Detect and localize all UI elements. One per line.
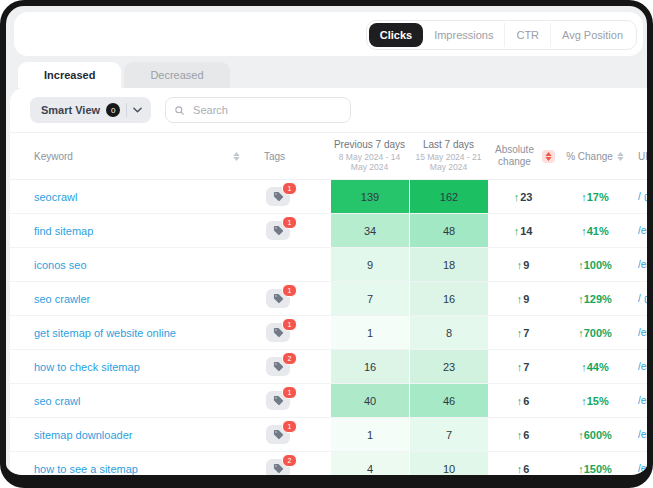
table-row[interactable]: how to see a sitemap 2 4 10 ↑ 6 ↑150% /e… xyxy=(10,451,653,485)
url-text[interactable]: /en xyxy=(638,327,652,338)
metric-tab-clicks[interactable]: Clicks xyxy=(369,23,423,47)
external-link-icon[interactable] xyxy=(644,294,653,304)
keyword-link[interactable]: sitemap downloader xyxy=(34,429,132,441)
last-header-title: Last 7 days xyxy=(423,139,474,152)
tags-cell: 1 xyxy=(250,282,330,315)
last-value: 8 xyxy=(446,327,452,339)
search-input[interactable] xyxy=(191,103,342,117)
url-text[interactable]: /en xyxy=(638,463,652,474)
url-text[interactable]: /en xyxy=(638,225,652,236)
tab-decreased[interactable]: Decreased xyxy=(124,62,229,88)
last-header-dates: 15 May 2024 - 21 May 2024 xyxy=(411,152,487,173)
external-link-icon[interactable] xyxy=(644,192,653,202)
tag-count-badge: 2 xyxy=(282,454,297,467)
last-value: 48 xyxy=(443,225,455,237)
url-cell: / xyxy=(632,282,653,315)
column-header-percent[interactable]: % Change xyxy=(558,133,632,179)
percent-change-cell: ↑41% xyxy=(558,214,632,247)
keyword-link[interactable]: find sitemap xyxy=(34,225,93,237)
url-text[interactable]: /en xyxy=(638,395,652,406)
tag-icon xyxy=(273,191,284,202)
abs-value: 7 xyxy=(523,361,529,373)
last-cell: 16 xyxy=(409,282,488,315)
sort-icon[interactable] xyxy=(617,152,624,161)
table-row[interactable]: how to check sitemap 2 16 23 ↑ 7 ↑44% /e… xyxy=(10,349,653,383)
last-cell: 162 xyxy=(409,180,488,213)
pct-value: ↑129% xyxy=(578,293,612,305)
url-text[interactable]: /en xyxy=(638,429,652,440)
tags-cell: 2 xyxy=(250,350,330,383)
column-header-last[interactable]: Last 7 days 15 May 2024 - 21 May 2024 xyxy=(409,133,488,179)
tag-button[interactable]: 1 xyxy=(266,221,290,240)
table-row[interactable]: seocrawl 1 139 162 ↑ 23 ↑17% / xyxy=(10,180,653,213)
tag-count-badge: 1 xyxy=(282,182,297,195)
table-row[interactable]: iconos seo 9 18 ↑ 9 ↑100% /en xyxy=(10,247,653,281)
keyword-link[interactable]: iconos seo xyxy=(34,259,87,271)
keyword-link[interactable]: how to see a sitemap xyxy=(34,463,138,475)
column-header-keyword[interactable]: Keyword xyxy=(10,133,250,179)
url-cell: /en xyxy=(632,418,653,451)
tag-button[interactable]: 1 xyxy=(266,187,290,206)
column-header-url[interactable]: URL xyxy=(632,133,653,179)
column-header-tags: Tags xyxy=(250,133,330,179)
abs-value: 6 xyxy=(523,429,529,441)
prev-value: 1 xyxy=(367,429,373,441)
main-card: Smart View 0 Keyword xyxy=(10,88,653,488)
url-text[interactable]: /en xyxy=(638,259,652,270)
absolute-change-cell: ↑ 6 xyxy=(488,384,558,417)
smart-view-dropdown[interactable]: Smart View 0 xyxy=(30,97,151,123)
tab-increased[interactable]: Increased xyxy=(18,62,121,88)
url-text[interactable]: /en xyxy=(638,361,652,372)
tag-button[interactable]: 1 xyxy=(266,391,290,410)
column-header-previous[interactable]: Previous 7 days 8 May 2024 - 14 May 2024 xyxy=(330,133,409,179)
metric-tab-impressions[interactable]: Impressions xyxy=(423,23,504,47)
tag-button[interactable]: 1 xyxy=(266,289,290,308)
tag-button[interactable]: 1 xyxy=(266,323,290,342)
abs-arrow: ↑ xyxy=(517,395,523,407)
absolute-change-cell: ↑ 14 xyxy=(488,214,558,247)
keyword-cell: how to see a sitemap xyxy=(10,452,250,485)
tag-count-badge: 1 xyxy=(282,420,297,433)
last-cell: 46 xyxy=(409,384,488,417)
abs-value: 7 xyxy=(523,327,529,339)
tag-count-badge: 1 xyxy=(282,216,297,229)
column-header-absolute[interactable]: Absolute change xyxy=(488,133,558,179)
metric-tab-avg-position[interactable]: Avg Position xyxy=(550,23,634,47)
tag-icon xyxy=(273,361,284,372)
abs-arrow: ↑ xyxy=(514,191,520,203)
table-row[interactable]: seo crawl 1 40 46 ↑ 6 ↑15% /en xyxy=(10,383,653,417)
table-row[interactable]: seo crawler 1 7 16 ↑ 9 ↑129% / xyxy=(10,281,653,315)
table-row[interactable]: find sitemap 1 34 48 ↑ 14 ↑41% /en xyxy=(10,213,653,247)
absolute-change-cell: ↑ 6 xyxy=(488,418,558,451)
sort-icon[interactable] xyxy=(233,152,240,161)
abs-value: 6 xyxy=(523,463,529,475)
url-text[interactable]: / xyxy=(638,191,641,202)
keyword-link[interactable]: get sitemap of website online xyxy=(34,327,176,339)
pct-value: ↑150% xyxy=(578,463,612,475)
tag-icon xyxy=(273,225,284,236)
keyword-link[interactable]: seocrawl xyxy=(34,191,77,203)
tag-button[interactable]: 2 xyxy=(266,459,290,478)
last-cell: 7 xyxy=(409,418,488,451)
url-cell: /en xyxy=(632,452,653,485)
metric-tab-ctr[interactable]: CTR xyxy=(504,23,550,47)
table-row[interactable]: get sitemap of website online 1 1 8 ↑ 7 … xyxy=(10,315,653,349)
url-text[interactable]: / xyxy=(638,293,641,304)
prev-value: 34 xyxy=(364,225,376,237)
keyword-link[interactable]: seo crawler xyxy=(34,293,90,305)
tags-cell: 1 xyxy=(250,418,330,451)
sort-icon-active[interactable] xyxy=(542,150,555,163)
tag-button[interactable]: 2 xyxy=(266,357,290,376)
keyword-link[interactable]: seo crawl xyxy=(34,395,80,407)
abs-arrow: ↑ xyxy=(517,259,523,271)
keyword-link[interactable]: how to check sitemap xyxy=(34,361,140,373)
prev-cell: 9 xyxy=(330,248,409,281)
search-box[interactable] xyxy=(165,97,351,123)
table-row[interactable]: sitemap downloader 1 1 7 ↑ 6 ↑600% /en xyxy=(10,417,653,451)
abs-value: 6 xyxy=(523,395,529,407)
tag-button[interactable]: 1 xyxy=(266,425,290,444)
divider xyxy=(126,103,127,117)
prev-value: 16 xyxy=(364,361,376,373)
tag-count-badge: 1 xyxy=(282,386,297,399)
pct-value: ↑15% xyxy=(581,395,609,407)
